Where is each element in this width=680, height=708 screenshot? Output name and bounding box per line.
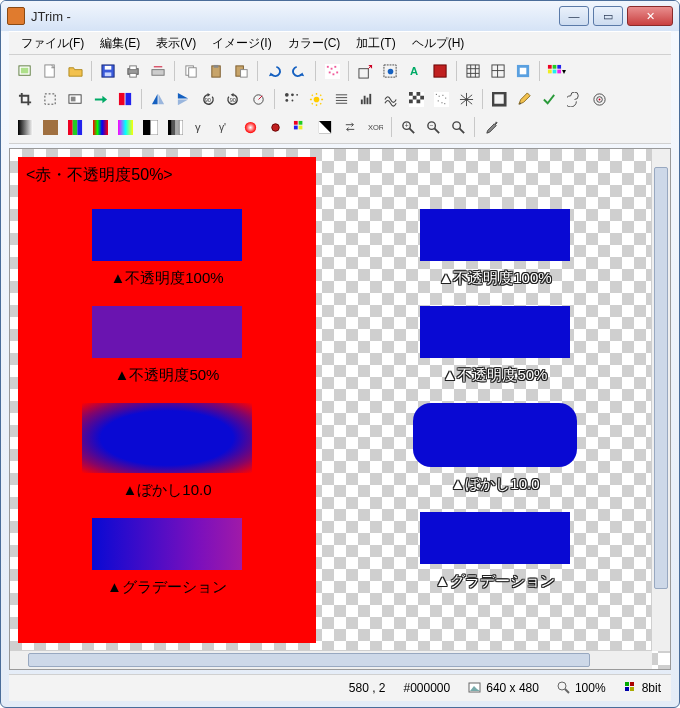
- svg-rect-87: [409, 92, 413, 96]
- paste-new-icon[interactable]: [229, 59, 253, 83]
- menu-image[interactable]: イメージ(I): [206, 33, 277, 54]
- wallpaper-icon[interactable]: [511, 59, 535, 83]
- rgb-split-icon[interactable]: [63, 115, 87, 139]
- svg-rect-125: [171, 120, 175, 135]
- spiral-icon[interactable]: [562, 87, 586, 111]
- svg-point-147: [558, 682, 566, 690]
- select-icon[interactable]: [38, 87, 62, 111]
- svg-marker-58: [207, 92, 210, 96]
- rot-right-icon[interactable]: 90: [221, 87, 245, 111]
- hue-icon[interactable]: [88, 115, 112, 139]
- checker-icon[interactable]: [404, 87, 428, 111]
- svg-rect-22: [334, 65, 336, 67]
- svg-rect-53: [125, 92, 131, 104]
- swap-icon[interactable]: [338, 115, 362, 139]
- lines-icon[interactable]: [329, 87, 353, 111]
- burst-icon[interactable]: [454, 87, 478, 111]
- open-icon[interactable]: [63, 59, 87, 83]
- save-icon[interactable]: [96, 59, 120, 83]
- svg-rect-21: [330, 67, 332, 69]
- colorwheel-icon[interactable]: [238, 115, 262, 139]
- rot-left-icon[interactable]: 90: [196, 87, 220, 111]
- svg-rect-149: [625, 682, 629, 686]
- fill-icon[interactable]: [428, 59, 452, 83]
- svg-point-143: [452, 121, 460, 129]
- menu-edit[interactable]: 編集(E): [94, 33, 146, 54]
- palette2-icon[interactable]: [288, 115, 312, 139]
- gamma2-icon[interactable]: γ': [213, 115, 237, 139]
- invert-icon[interactable]: [313, 115, 337, 139]
- noise-icon[interactable]: [429, 87, 453, 111]
- grid3-icon[interactable]: [461, 59, 485, 83]
- spectrum-icon[interactable]: [113, 115, 137, 139]
- undo-icon[interactable]: [262, 59, 286, 83]
- paste-icon[interactable]: [204, 59, 228, 83]
- halftone-icon[interactable]: [279, 87, 303, 111]
- status-zoom: 100%: [557, 681, 606, 695]
- resize-up-icon[interactable]: [353, 59, 377, 83]
- pencil-icon[interactable]: [512, 87, 536, 111]
- copy-icon[interactable]: [179, 59, 203, 83]
- brightness2-icon[interactable]: [263, 115, 287, 139]
- menu-color[interactable]: カラー(C): [282, 33, 347, 54]
- zoom-out-icon[interactable]: −: [421, 115, 445, 139]
- canvas-area[interactable]: <赤・不透明度50%> ▲不透明度100% ▲不透明度50% ▲ぼかし10.0 …: [9, 148, 671, 670]
- svg-rect-20: [326, 65, 328, 67]
- svg-rect-9: [151, 69, 163, 75]
- minimize-button[interactable]: —: [559, 6, 589, 26]
- check-icon[interactable]: [537, 87, 561, 111]
- statusbar: 580 , 2 #000000 640 x 480 100% 8bit: [9, 674, 671, 701]
- shift-icon[interactable]: [113, 87, 137, 111]
- crop-icon[interactable]: [13, 87, 37, 111]
- redo-icon[interactable]: [287, 59, 311, 83]
- svg-rect-119: [77, 120, 82, 135]
- scrollbar-vertical[interactable]: [651, 149, 670, 651]
- svg-rect-94: [435, 93, 436, 94]
- svg-rect-1: [20, 67, 28, 73]
- frame-icon[interactable]: [487, 87, 511, 111]
- scrollbar-horizontal[interactable]: [10, 650, 652, 669]
- print-icon[interactable]: [121, 59, 145, 83]
- menu-process[interactable]: 加工(T): [350, 33, 401, 54]
- palette-icon[interactable]: ▾: [544, 59, 568, 83]
- left-column: <赤・不透明度50%> ▲不透明度100% ▲不透明度50% ▲ぼかし10.0 …: [18, 157, 316, 643]
- fit-icon[interactable]: [378, 59, 402, 83]
- text-icon[interactable]: A: [403, 59, 427, 83]
- new-icon[interactable]: [38, 59, 62, 83]
- toolbar-row-3: γ γ' XOR + −: [13, 113, 667, 141]
- rot-free-icon[interactable]: [246, 87, 270, 111]
- posterize-icon[interactable]: [163, 115, 187, 139]
- flip-v-icon[interactable]: [171, 87, 195, 111]
- histogram-icon[interactable]: [354, 87, 378, 111]
- menu-view[interactable]: 表示(V): [150, 33, 202, 54]
- 2tone-icon[interactable]: [138, 115, 162, 139]
- grayscale-icon[interactable]: [13, 115, 37, 139]
- sepia-icon[interactable]: [38, 115, 62, 139]
- status-dims: 640 x 480: [468, 681, 539, 695]
- zoom-fit-icon[interactable]: [446, 115, 470, 139]
- flip-h-icon[interactable]: [146, 87, 170, 111]
- xor-icon[interactable]: XOR: [363, 115, 387, 139]
- reopen-icon[interactable]: [13, 59, 37, 83]
- canvas-icon[interactable]: [63, 87, 87, 111]
- svg-rect-152: [630, 687, 634, 691]
- target-icon[interactable]: [587, 87, 611, 111]
- maximize-button[interactable]: ▭: [593, 6, 623, 26]
- arrow-right-icon[interactable]: [88, 87, 112, 111]
- gamma-icon[interactable]: γ: [188, 115, 212, 139]
- svg-rect-124: [168, 120, 172, 135]
- zoom-in-icon[interactable]: +: [396, 115, 420, 139]
- grid4-icon[interactable]: [486, 59, 510, 83]
- wave-icon[interactable]: [379, 87, 403, 111]
- menu-file[interactable]: ファイル(F): [15, 33, 90, 54]
- eyedropper-icon[interactable]: [479, 115, 503, 139]
- scanner-icon[interactable]: [146, 59, 170, 83]
- titlebar[interactable]: JTrim - — ▭ ✕: [1, 1, 679, 31]
- menu-help[interactable]: ヘルプ(H): [406, 33, 471, 54]
- swatch-grad-right: [420, 512, 570, 564]
- brightness-icon[interactable]: [304, 87, 328, 111]
- svg-text:γ: γ: [194, 121, 200, 133]
- toolbar-row-1: A ▾: [13, 57, 667, 85]
- dither-icon[interactable]: [320, 59, 344, 83]
- close-button[interactable]: ✕: [627, 6, 673, 26]
